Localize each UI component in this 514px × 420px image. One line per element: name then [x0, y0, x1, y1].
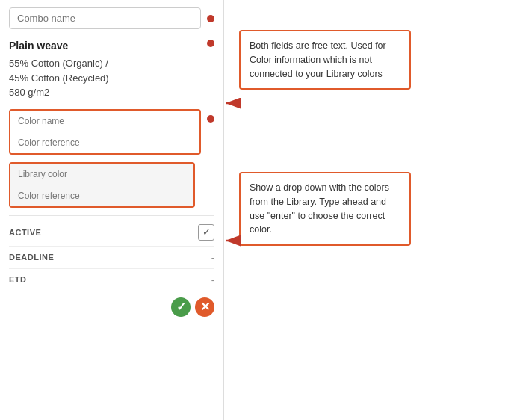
deadline-row: DEADLINE - — [9, 247, 214, 269]
library-color-input[interactable] — [10, 164, 193, 185]
active-checkmark: ✓ — [202, 226, 211, 238]
free-text-dot — [207, 115, 214, 123]
combo-name-row — [9, 7, 214, 29]
combo-name-input[interactable] — [9, 7, 201, 29]
status-section: ACTIVE ✓ DEADLINE - ETD - — [9, 215, 214, 291]
library-tooltip-text: Show a drop down with the colors from th… — [250, 182, 389, 235]
left-panel: Plain weave 55% Cotton (Organic) / 45% C… — [0, 0, 224, 420]
deadline-label: DEADLINE — [9, 253, 54, 262]
free-text-tooltip-text: Both fields are free text. Used for Colo… — [250, 40, 386, 79]
plain-weave-title: Plain weave — [9, 40, 68, 52]
color-reference-input[interactable] — [10, 132, 199, 153]
plain-weave-header: Plain weave — [9, 40, 214, 52]
etd-row: ETD - — [9, 269, 214, 291]
library-group-wrap — [9, 162, 195, 208]
color-name-input[interactable] — [10, 111, 199, 132]
confirm-button[interactable]: ✓ — [171, 297, 191, 317]
library-group — [9, 162, 195, 208]
library-fields-row — [9, 162, 214, 208]
details-line2: 45% Cotton (Recycled) — [9, 72, 109, 84]
free-text-tooltip: Both fields are free text. Used for Colo… — [239, 30, 411, 90]
active-label: ACTIVE — [9, 228, 41, 237]
plain-weave-dot — [207, 40, 214, 47]
details-line1: 55% Cotton (Organic) / — [9, 58, 108, 69]
details-line3: 580 g/m2 — [9, 87, 49, 98]
plain-weave-details: 55% Cotton (Organic) / 45% Cotton (Recyc… — [9, 56, 214, 100]
free-text-fields-row — [9, 109, 214, 156]
etd-label: ETD — [9, 275, 27, 284]
color-fields-group — [9, 109, 214, 208]
plain-weave-section: Plain weave 55% Cotton (Organic) / 45% C… — [9, 40, 214, 100]
library-tooltip: Show a drop down with the colors from th… — [239, 172, 411, 246]
right-panel: Both fields are free text. Used for Colo… — [224, 0, 514, 420]
cancel-button[interactable]: ✕ — [195, 297, 214, 317]
active-checkbox[interactable]: ✓ — [198, 224, 214, 241]
active-row: ACTIVE ✓ — [9, 219, 214, 247]
combo-dot-indicator — [207, 15, 214, 22]
deadline-value: - — [211, 252, 214, 263]
free-text-group-wrap — [9, 109, 201, 156]
action-buttons: ✓ ✕ — [9, 291, 214, 320]
etd-value: - — [211, 274, 214, 285]
library-color-reference-input[interactable] — [10, 185, 193, 206]
free-text-group — [9, 109, 201, 155]
main-container: Plain weave 55% Cotton (Organic) / 45% C… — [0, 0, 514, 420]
